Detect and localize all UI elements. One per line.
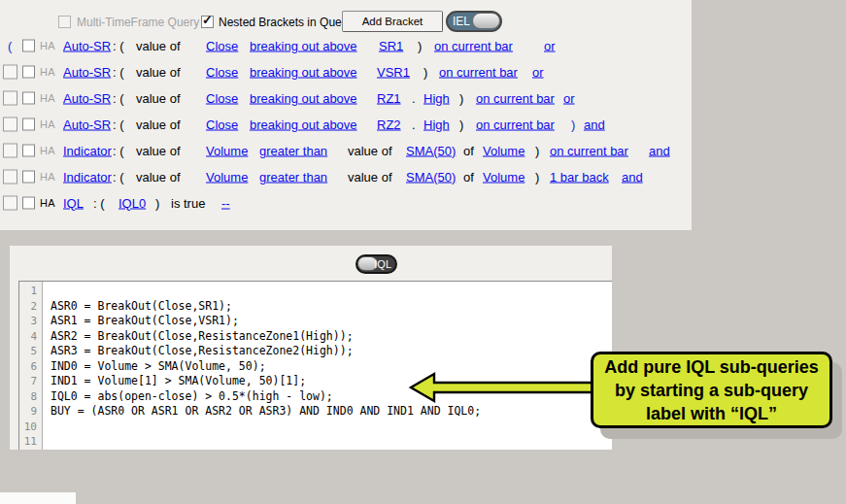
query-link[interactable]: or xyxy=(532,64,544,79)
query-link[interactable]: Close xyxy=(206,64,238,79)
ha-label: HA xyxy=(40,197,55,209)
query-link[interactable]: Volume xyxy=(206,169,248,184)
query-link[interactable]: on current bar xyxy=(550,143,628,157)
query-link[interactable]: on current bar xyxy=(476,117,555,131)
query-link[interactable]: 1 bar back xyxy=(550,169,609,184)
query-text: : ( xyxy=(113,169,124,184)
line-number: 2 xyxy=(19,299,42,315)
query-link[interactable]: Volume xyxy=(483,169,525,184)
line-number: 5 xyxy=(19,344,42,359)
checkmark-icon: ✓ xyxy=(202,13,213,27)
code-line[interactable] xyxy=(51,434,612,450)
code-line[interactable]: ASR1 = BreakOut(Close,VSR1); xyxy=(51,314,612,329)
bracket-checkbox[interactable] xyxy=(3,195,17,210)
add-bracket-button[interactable]: Add Bracket xyxy=(342,11,443,32)
query-link[interactable]: SMA(50) xyxy=(406,143,456,157)
query-link[interactable]: or xyxy=(544,38,556,52)
bracket-checkbox[interactable] xyxy=(3,117,17,131)
query-link[interactable]: Close xyxy=(206,90,238,105)
query-link[interactable]: VSR1 xyxy=(377,64,410,79)
multi-timeframe-checkbox[interactable] xyxy=(58,16,71,28)
query-link[interactable]: Indicator xyxy=(63,143,112,157)
query-link[interactable]: on current bar xyxy=(439,64,518,79)
query-text: value of xyxy=(348,169,392,184)
query-link[interactable]: IQL0 xyxy=(118,195,146,210)
bracket-checkbox[interactable] xyxy=(3,169,17,184)
query-link[interactable]: Auto-SR xyxy=(63,38,111,52)
bracket-checkbox[interactable] xyxy=(3,64,17,79)
query-text: : ( xyxy=(113,90,124,105)
query-link[interactable]: and xyxy=(584,117,605,131)
code-line[interactable] xyxy=(51,284,612,299)
query-link[interactable]: Volume xyxy=(206,143,248,157)
query-text: value of xyxy=(136,117,181,131)
query-text: : ( xyxy=(113,117,124,131)
ha-checkbox[interactable] xyxy=(22,144,35,156)
query-row: HAAuto-SR: (value ofClosebreaking out ab… xyxy=(0,84,692,111)
ha-label: HA xyxy=(40,40,55,51)
query-link[interactable]: breaking out above xyxy=(250,117,357,131)
ha-checkbox[interactable] xyxy=(22,39,35,51)
query-text: value of xyxy=(136,64,181,79)
query-link[interactable]: on current bar xyxy=(476,90,555,105)
query-link[interactable]: breaking out above xyxy=(250,38,357,52)
query-link[interactable]: and xyxy=(622,169,643,184)
code-area[interactable]: ASR0 = BreakOut(Close,SR1);ASR1 = BreakO… xyxy=(44,282,612,450)
line-number: 1 xyxy=(19,284,42,299)
line-number: 7 xyxy=(19,374,42,389)
query-link[interactable]: RZ2 xyxy=(377,117,401,131)
query-link[interactable]: breaking out above xyxy=(250,90,357,105)
query-link[interactable]: greater than xyxy=(259,143,327,157)
bracket-checkbox[interactable] xyxy=(3,143,17,157)
query-link[interactable]: Auto-SR xyxy=(63,90,111,105)
ha-checkbox[interactable] xyxy=(22,91,35,104)
query-link[interactable]: RZ1 xyxy=(377,90,401,105)
callout-line: Add pure IQL sub-queries xyxy=(593,355,829,379)
query-link[interactable]: or xyxy=(563,90,575,105)
query-text: of xyxy=(463,143,474,157)
query-text: value of xyxy=(136,143,181,157)
code-line[interactable]: ASR2 = BreakOut(Close,ResistanceZone1(Hi… xyxy=(51,329,612,345)
query-link[interactable]: Volume xyxy=(483,143,525,157)
multi-timeframe-label: Multi-TimeFrame Query xyxy=(77,16,199,29)
ha-checkbox[interactable] xyxy=(22,196,35,209)
query-text: : ( xyxy=(113,64,124,79)
callout-line: label with “IQL” xyxy=(593,402,829,425)
iql-toggle[interactable]: IQL xyxy=(355,254,397,274)
query-builder-panel: Multi-TimeFrame Query ✓ Nested Brackets … xyxy=(0,0,692,230)
query-link[interactable]: greater than xyxy=(259,169,327,184)
bracket-checkbox[interactable] xyxy=(3,90,17,105)
query-row: HAIndicator: (value ofVolumegreater than… xyxy=(0,137,692,163)
line-number: 9 xyxy=(19,404,42,420)
ha-checkbox[interactable] xyxy=(22,170,35,183)
query-text: ) xyxy=(459,117,463,131)
code-line[interactable]: ASR0 = BreakOut(Close,SR1); xyxy=(51,299,612,315)
query-link[interactable]: IQL xyxy=(63,195,84,210)
screenshot-root: Multi-TimeFrame Query ✓ Nested Brackets … xyxy=(0,0,846,504)
query-link[interactable]: Indicator xyxy=(63,169,112,184)
code-line[interactable]: BUY = (ASR0 OR ASR1 OR ASR2 OR ASR3) AND… xyxy=(51,404,612,420)
callout-arrow-icon xyxy=(405,370,596,406)
nested-brackets-checkbox[interactable]: ✓ xyxy=(201,16,214,28)
iel-toggle-knob xyxy=(472,13,500,29)
query-link[interactable]: SMA(50) xyxy=(406,169,456,184)
query-link[interactable]: -- xyxy=(221,195,230,210)
query-link[interactable]: Close xyxy=(206,38,238,52)
query-link[interactable]: Auto-SR xyxy=(63,64,111,79)
iql-code-editor[interactable]: 1234567891011 ASR0 = BreakOut(Close,SR1)… xyxy=(18,281,612,450)
code-line[interactable] xyxy=(51,420,612,435)
query-link[interactable]: breaking out above xyxy=(250,64,357,79)
query-row: HAAuto-SR: (value ofClosebreaking out ab… xyxy=(0,111,692,137)
iel-toggle[interactable]: IEL xyxy=(446,11,502,32)
query-link[interactable]: SR1 xyxy=(379,38,403,52)
ha-checkbox[interactable] xyxy=(22,118,35,130)
query-link[interactable]: High xyxy=(423,117,450,131)
query-link[interactable]: High xyxy=(423,90,450,105)
iel-toggle-label: IEL xyxy=(453,15,470,28)
query-link[interactable]: Close xyxy=(206,117,238,131)
code-line[interactable]: ASR3 = BreakOut(Close,ResistanceZone2(Hi… xyxy=(51,344,612,359)
query-link[interactable]: on current bar xyxy=(434,38,513,52)
ha-checkbox[interactable] xyxy=(22,65,35,78)
query-link[interactable]: Auto-SR xyxy=(63,117,111,131)
query-link[interactable]: and xyxy=(649,143,670,157)
